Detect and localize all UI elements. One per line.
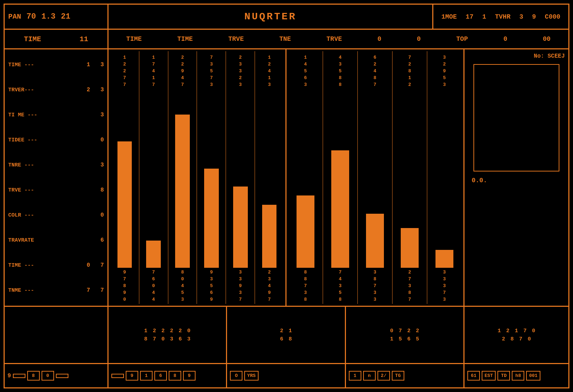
btn-mid2-yrs[interactable]: YRS [244, 371, 258, 381]
row-val-5: 8 [100, 187, 104, 193]
bottom-right: 1 2 1 7 0 2 8 7 0 [464, 307, 568, 363]
row-label-3: TIDEE --- [8, 137, 37, 143]
btn-section-mid1: 9 1 6 8 9 [109, 364, 227, 387]
row-label-7: TRAVRATE [8, 237, 34, 243]
row-val-1: 2 3 [87, 87, 104, 93]
ch-6: 0 [417, 35, 421, 43]
btn-mid2-0[interactable]: O [230, 371, 242, 381]
header-title: NUQRTER [244, 11, 297, 22]
col-h-time: TIME [24, 35, 41, 43]
bottom-right-row-2: 2 8 7 0 [468, 336, 565, 342]
ch-3: TNE [279, 35, 291, 43]
row-label-5: TRVE --- [8, 187, 34, 193]
row-label-4: TNRE --- [8, 162, 34, 168]
bottom-nums-row-1: 1 2 2 2 2 0 [112, 328, 222, 334]
header-val2: 1.3 [41, 12, 56, 21]
main-content: TIME --- 1 3 TRVER--- 2 3 TI ME --- 3 TI… [5, 49, 568, 307]
list-item: TIME --- 1 3 [6, 61, 106, 69]
header-r6: 9 [532, 13, 536, 20]
ch-9: 00 [543, 35, 551, 43]
bar-panel-r4: 3 2 9 5 3 3 3 3 7 [427, 51, 462, 304]
btn-mid1-4[interactable]: 8 [169, 371, 181, 381]
bar-panel-1: 1 7 4 1 7 7 6 0 4 [139, 51, 168, 304]
bar-panel-r2: 6 2 4 8 7 3 8 7 3 [358, 51, 393, 304]
btn-mid1-2[interactable]: 1 [140, 371, 153, 381]
row-label-2: TI ME --- [8, 112, 37, 118]
btn-right-61[interactable]: 61 [467, 371, 480, 381]
left-panel: TIME --- 1 3 TRVER--- 2 3 TI ME --- 3 TI… [5, 49, 109, 306]
row-val-3: 0 [100, 137, 104, 143]
row-label-9: TNME --- [8, 287, 34, 294]
list-item: TNME --- 7 7 [6, 286, 106, 294]
btn-mid1-5[interactable]: 9 [183, 371, 196, 381]
list-item: TNRE --- 3 [6, 161, 106, 169]
btn-left-0[interactable] [13, 374, 25, 378]
header-r1: 1MOE [441, 13, 457, 20]
btn-right-est[interactable]: EST [482, 371, 496, 381]
list-item: TRVE --- 8 [6, 186, 106, 194]
row-val-8: 0 7 [87, 262, 104, 268]
bar-panel-4: 2 3 3 2 3 3 3 9 3 [226, 51, 255, 304]
btn-left-1[interactable]: 8 [27, 371, 40, 381]
header-right: 1MOE 17 1 TVHR 3 9 C000 [432, 5, 568, 29]
btn-mid1-1[interactable]: 9 [126, 371, 138, 381]
col-header-left: TIME 11 [5, 30, 109, 48]
bar-panel-r3: 7 2 8 1 2 2 7 3 8 [393, 51, 427, 304]
bar-panel-3: 7 3 5 7 3 9 3 5 6 [197, 51, 226, 304]
bottom-mid3-row-1: 0 7 2 2 [350, 328, 460, 334]
ch-5: 0 [377, 35, 381, 43]
header-r3: 1 [482, 13, 486, 20]
bottom-section: 1 2 2 2 2 0 8 7 0 3 6 3 2 1 6 [5, 307, 568, 364]
row-label-1: TRVER--- [8, 87, 34, 93]
ch-0: TIME [126, 35, 142, 43]
col-h-11: 11 [80, 35, 88, 43]
list-item: TRVER--- 2 3 [6, 86, 106, 94]
row-label-8: TIME --- [8, 262, 34, 268]
bar-panel-2: 2 2 9 4 7 8 0 4 5 [168, 51, 197, 304]
bottom-mid2-row-1: 2 1 [231, 328, 341, 334]
button-row: 9 8 0 9 1 6 8 9 O YRS 1 n 2/ TG 61 EST T… [5, 364, 568, 387]
header-val3: 21 [61, 12, 70, 21]
header-left: PAN 70 1.3 21 [5, 5, 109, 29]
row-val-4: 3 [100, 162, 104, 168]
btn-right-001[interactable]: 001 [526, 371, 540, 381]
row-label-6: COLR --- [8, 212, 34, 218]
ch-4: TRVE [327, 35, 342, 43]
btn-mid3-1[interactable]: n [363, 371, 376, 381]
row-label-0: TIME --- [8, 62, 34, 68]
row-val-6: 0 [100, 212, 104, 218]
bar-panel-r0: 1 4 5 6 3 8 8 7 3 [288, 51, 323, 304]
btn-left-2[interactable]: 0 [42, 371, 54, 381]
header-r5: 3 [519, 13, 523, 20]
bar-panel-r1: 4 3 5 8 8 7 4 3 5 [323, 51, 358, 304]
bar-panel-5: 1 2 4 1 3 2 3 4 9 [255, 51, 284, 304]
btn-mid3-2[interactable]: 2/ [377, 371, 390, 381]
btn-num-left: 9 [8, 373, 11, 379]
bar-panel-0: 1 2 2 7 7 9 7 8 9 [110, 51, 139, 304]
ch-7: TOP [456, 35, 468, 43]
ch-8: 0 [504, 35, 507, 43]
ch-1: TIME [177, 35, 193, 43]
btn-section-mid3: 1 n 2/ TG [346, 364, 464, 387]
btn-mid3-0[interactable]: 1 [349, 371, 361, 381]
btn-right-h8[interactable]: h8 [512, 371, 524, 381]
header-val1: 70 [27, 12, 36, 21]
list-item: TI ME --- 3 [6, 111, 106, 119]
header-center: NUQRTER [109, 5, 432, 29]
btn-section-left: 9 8 0 [5, 364, 109, 387]
btn-mid1-0[interactable] [111, 374, 124, 378]
btn-section-right: 61 EST TD h8 001 [464, 364, 568, 387]
btn-right-td[interactable]: TD [497, 371, 510, 381]
middle-section: 1 2 2 7 7 9 7 8 9 [109, 49, 464, 306]
header-r7: C000 [545, 13, 560, 20]
bottom-mid3-row-2: 1 5 6 5 [350, 336, 460, 342]
btn-left-3[interactable] [56, 374, 68, 378]
row-val-0: 1 3 [87, 62, 104, 68]
btn-section-mid2: O YRS [227, 364, 346, 387]
bottom-right-row-1: 1 2 1 7 0 [468, 328, 565, 334]
bottom-mid3: 0 7 2 2 1 5 6 5 [346, 307, 464, 363]
btn-mid1-3[interactable]: 6 [154, 371, 167, 381]
btn-mid3-tg[interactable]: TG [392, 371, 404, 381]
col-header-row: TIME 11 TIME TIME TRVE TNE TRVE 0 0 TOP … [5, 30, 568, 49]
bottom-nums-row-2: 8 7 0 3 6 3 [112, 336, 222, 342]
